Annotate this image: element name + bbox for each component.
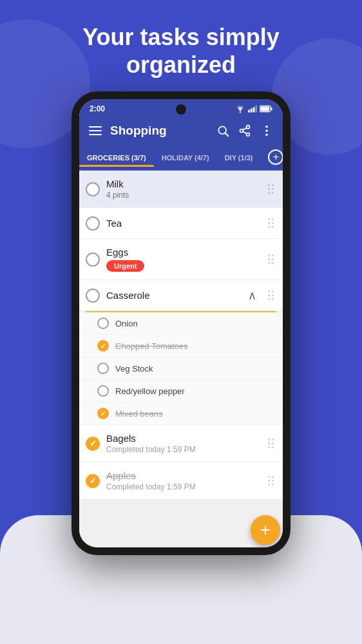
checkbox-bagels[interactable] — [86, 437, 100, 451]
eggs-title: Eggs — [106, 247, 259, 258]
casserole-header: Casserole ∧ — [79, 280, 283, 311]
svg-point-10 — [247, 126, 250, 129]
header-line1: Your tasks simply — [82, 24, 279, 50]
list-item-tea: Tea — [79, 208, 283, 239]
casserole-title: Casserole — [106, 290, 242, 301]
battery-icon — [260, 105, 272, 113]
checkbox-eggs[interactable] — [86, 252, 100, 267]
sub-checkbox-pepper[interactable] — [97, 385, 109, 397]
more-icon[interactable] — [260, 124, 274, 138]
casserole-sub-items: Onion Chopped Tomatoes Veg Stock — [79, 312, 283, 425]
svg-rect-7 — [260, 107, 269, 111]
share-icon[interactable] — [238, 124, 252, 138]
header-section: Your tasks simply organized — [0, 0, 362, 91]
tabs-bar: GROCERIES (3/7) HOLIDAY (4/7) DIY (1/3) … — [79, 144, 283, 171]
svg-point-11 — [240, 129, 243, 133]
list-item-apples: Apples Completed today 1:59 PM — [79, 462, 283, 500]
app-title: Shopping — [110, 124, 208, 138]
phone-frame: 2:00 — [71, 91, 291, 555]
milk-title: Milk — [106, 178, 259, 189]
milk-subtitle: 4 pints — [106, 191, 259, 200]
tab-diy[interactable]: DIY (1/3) — [217, 147, 261, 167]
phone-screen: 2:00 — [79, 99, 283, 547]
list-item-milk: Milk 4 pints — [79, 171, 283, 208]
list-item-eggs: Eggs Urgent — [79, 239, 283, 280]
header-line2: organized — [126, 52, 236, 78]
svg-rect-4 — [256, 106, 257, 113]
checkbox-apples[interactable] — [86, 474, 100, 488]
svg-point-17 — [265, 134, 268, 137]
list-item-casserole-group: Casserole ∧ — [79, 280, 283, 425]
eggs-text: Eggs Urgent — [106, 247, 259, 272]
svg-point-0 — [240, 111, 241, 113]
svg-rect-3 — [253, 108, 255, 113]
sub-item-vegstock-label: Veg Stock — [115, 364, 153, 374]
drag-handle-casserole — [265, 288, 276, 303]
sub-item-pepper-label: Red/yellow pepper — [115, 386, 185, 396]
drag-handle-bagels — [265, 436, 276, 451]
search-icon[interactable] — [216, 124, 230, 138]
milk-text: Milk 4 pints — [106, 178, 259, 200]
svg-point-15 — [265, 126, 268, 128]
checkbox-casserole[interactable] — [86, 289, 100, 303]
sub-checkbox-onion[interactable] — [97, 317, 109, 329]
svg-point-12 — [247, 133, 250, 137]
drag-handle-apples — [265, 473, 276, 488]
menu-icon[interactable] — [88, 124, 102, 138]
sub-item-beans-label: Mixed beans — [115, 409, 163, 419]
drag-handle-milk — [265, 182, 276, 196]
svg-line-14 — [243, 128, 247, 130]
sub-checkbox-beans[interactable] — [97, 408, 109, 419]
sub-item-vegstock: Veg Stock — [79, 357, 283, 380]
sub-item-tomatoes-label: Chopped Tomatoes — [115, 341, 188, 351]
add-list-icon[interactable]: + — [268, 149, 283, 165]
apples-title: Apples — [106, 470, 259, 481]
tab-groceries[interactable]: GROCERIES (3/7) — [79, 147, 154, 167]
sub-checkbox-tomatoes[interactable] — [97, 340, 109, 352]
bagels-subtitle: Completed today 1:59 PM — [106, 445, 259, 454]
phone-wrapper: 2:00 — [0, 91, 362, 555]
drag-handle-eggs — [265, 252, 276, 267]
sub-checkbox-vegstock[interactable] — [97, 363, 109, 374]
casserole-expand-button[interactable]: ∧ — [248, 289, 259, 303]
sub-item-pepper: Red/yellow pepper — [79, 380, 283, 402]
tea-text: Tea — [106, 218, 259, 229]
bagels-title: Bagels — [106, 433, 259, 444]
drag-handle-tea — [265, 216, 276, 231]
sub-item-beans: Mixed beans — [79, 402, 283, 425]
tab-holiday[interactable]: HOLIDAY (4/7) — [154, 147, 217, 167]
checkbox-milk[interactable] — [86, 182, 100, 196]
phone-camera — [176, 104, 186, 115]
sub-item-onion: Onion — [79, 312, 283, 335]
apples-text: Apples Completed today 1:59 PM — [106, 470, 259, 491]
svg-point-16 — [265, 130, 268, 133]
add-list-button[interactable]: + — [260, 144, 283, 170]
status-time: 2:00 — [90, 104, 105, 113]
list-item-bagels: Bagels Completed today 1:59 PM — [79, 425, 283, 462]
svg-rect-1 — [248, 110, 250, 113]
casserole-text: Casserole — [106, 290, 242, 301]
sub-item-tomatoes: Chopped Tomatoes — [79, 335, 283, 357]
checkbox-tea[interactable] — [86, 216, 100, 231]
svg-rect-2 — [251, 109, 252, 113]
header-title: Your tasks simply organized — [26, 23, 336, 79]
sub-item-onion-label: Onion — [115, 319, 138, 328]
wifi-icon — [235, 105, 245, 113]
tea-title: Tea — [106, 218, 259, 229]
signal-icon — [248, 105, 257, 113]
status-icons — [235, 105, 272, 113]
bagels-text: Bagels Completed today 1:59 PM — [106, 433, 259, 454]
urgent-badge: Urgent — [106, 260, 144, 272]
svg-line-13 — [243, 132, 247, 134]
list-content: Milk 4 pints Tea — [79, 171, 283, 547]
apples-subtitle: Completed today 1:59 PM — [106, 482, 259, 491]
svg-rect-6 — [271, 108, 272, 111]
svg-line-9 — [225, 133, 229, 137]
app-bar: Shopping — [79, 117, 283, 144]
